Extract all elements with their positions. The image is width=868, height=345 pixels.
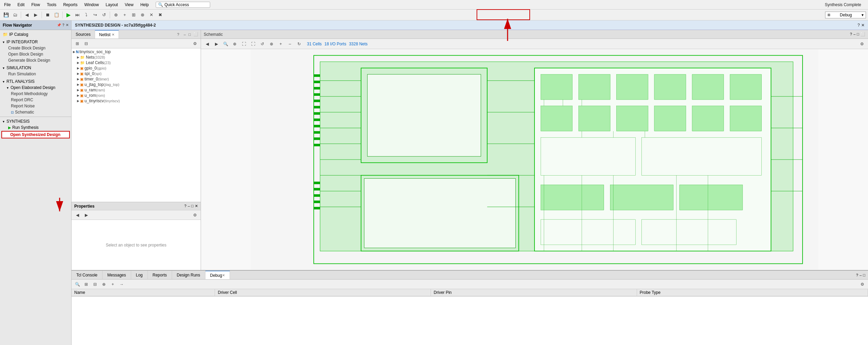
io-ports-stat[interactable]: 18 I/O Ports	[324, 42, 346, 46]
btm-restore-icon[interactable]: □	[863, 273, 865, 277]
schematic-canvas[interactable]	[201, 49, 868, 270]
tab-design-runs[interactable]: Design Runs	[172, 271, 205, 279]
reset-button[interactable]: ↺	[100, 11, 108, 19]
add-probe-button[interactable]: ⊕	[112, 11, 120, 19]
quick-access-search[interactable]: 🔍 Quick Access	[156, 2, 210, 8]
sch-rotate-button[interactable]: ↺	[258, 40, 266, 48]
spi-arrow[interactable]: ▶	[77, 72, 79, 75]
debug-collapse-button[interactable]: ⊟	[91, 281, 99, 288]
title-close-icon[interactable]: ✕	[861, 23, 865, 28]
timer-arrow[interactable]: ▶	[77, 77, 79, 81]
tree-item-jtag[interactable]: ▶ ▣ u_jtag_top (jtag_top)	[72, 82, 201, 87]
tree-root-item[interactable]: ▶ N tinyriscv_soc_top	[72, 49, 201, 55]
menu-tools[interactable]: Tools	[44, 2, 59, 8]
stop-button[interactable]: ⏹	[44, 11, 52, 19]
sch-refresh-button[interactable]: ↻	[295, 40, 303, 48]
add-mem-button[interactable]: ⊞	[129, 11, 138, 19]
prop-restore-icon[interactable]: □	[191, 204, 193, 208]
tab-netlist-close[interactable]: ✕	[112, 33, 114, 36]
save-all-button[interactable]: 🗂	[11, 11, 19, 19]
netlist-help-icon[interactable]: ?	[175, 32, 181, 36]
tree-item-gpio0[interactable]: ▶ ▣ gpio_0 (gpio)	[72, 65, 201, 71]
nets-stat[interactable]: 3328 Nets	[349, 42, 368, 46]
prop-forward-button[interactable]: ▶	[82, 212, 90, 219]
tab-debug[interactable]: Debug ✕	[205, 271, 230, 279]
tree-item-spi0[interactable]: ▶ ▣ spi_0 (spi)	[72, 71, 201, 76]
debug-dropdown[interactable]: ⊞ Debug ▾	[825, 12, 866, 18]
sch-question-icon[interactable]: ?	[850, 32, 852, 36]
minimize-icon[interactable]: –	[183, 32, 187, 37]
tab-messages[interactable]: Messages	[103, 271, 131, 279]
debug-remove-button[interactable]: →	[118, 281, 125, 288]
sidebar-item-open-block-design[interactable]: Open Block Design	[0, 51, 71, 57]
title-question-icon[interactable]: ?	[857, 23, 860, 28]
sidebar-item-ip-catalog[interactable]: 📁 IP Catalog	[0, 31, 71, 38]
run-green-button[interactable]: ▶	[64, 11, 73, 19]
tree-item-leaf-cells[interactable]: ▶ 📁 Leaf Cells (23)	[72, 60, 201, 65]
add-tcl-button[interactable]: +	[121, 11, 129, 19]
simulation-section[interactable]: ▾ SIMULATION	[0, 65, 71, 71]
tiny-arrow[interactable]: ▶	[77, 99, 79, 103]
sidebar-item-run-synthesis[interactable]: ▶ Run Synthesis	[0, 124, 71, 131]
debug-add-button[interactable]: +	[109, 281, 117, 288]
pin-icon[interactable]: 📌	[57, 23, 61, 27]
ram-arrow[interactable]: ▶	[77, 88, 79, 92]
sch-settings-button[interactable]: ⚙	[858, 40, 866, 48]
cells-stat[interactable]: 31 Cells	[307, 42, 322, 46]
save-button[interactable]: 💾	[2, 11, 10, 19]
btm-question-icon[interactable]: ?	[856, 273, 858, 277]
netlist-settings-button[interactable]: ⚙	[191, 40, 199, 47]
debug-expand-button[interactable]: ⊞	[82, 281, 90, 288]
tab-reports[interactable]: Reports	[148, 271, 172, 279]
menu-view[interactable]: View	[122, 2, 136, 8]
nets-arrow[interactable]: ▶	[77, 56, 79, 59]
tree-item-tinyriscv[interactable]: ▶ ▣ u_tinyriscv (tinyriscv)	[72, 98, 201, 104]
sidebar-item-report-noise[interactable]: Report Noise	[0, 103, 71, 109]
sidebar-item-generate-block-design[interactable]: Generate Block Design	[0, 57, 71, 63]
sch-maximize-icon[interactable]: ⬜	[861, 32, 865, 36]
sch-select-button[interactable]: ⛶	[249, 40, 257, 48]
menu-help[interactable]: Help	[138, 2, 152, 8]
debug-search-button[interactable]: 🔍	[74, 281, 81, 288]
debug-settings-button[interactable]: ⚙	[858, 281, 866, 288]
tab-tcl-console[interactable]: Tcl Console	[72, 271, 103, 279]
sidebar-item-report-drc[interactable]: Report DRC	[0, 97, 71, 103]
rtl-analysis-section[interactable]: ▾ RTL ANALYSIS	[0, 78, 71, 85]
nav-close-icon[interactable]: ✕	[66, 23, 68, 27]
synthesis-section[interactable]: ▾ SYNTHESIS	[0, 118, 71, 124]
tree-item-rom[interactable]: ▶ ▣ u_rom (rom)	[72, 93, 201, 98]
step-over-button[interactable]: ↪	[91, 11, 99, 19]
sch-pan-button[interactable]: ⊕	[267, 40, 276, 48]
open-elaborated-design-section[interactable]: ▾ Open Elaborated Design	[0, 85, 71, 91]
sidebar-item-create-block-design[interactable]: Create Block Design	[0, 45, 71, 51]
sch-zoom-in-button[interactable]: 🔍	[221, 40, 230, 48]
prop-back-button[interactable]: ◀	[74, 212, 81, 219]
nav-question-icon[interactable]: ?	[62, 23, 64, 27]
expand-all-button[interactable]: ⊞	[74, 40, 81, 47]
back-button[interactable]: ◀	[23, 11, 31, 19]
menu-window[interactable]: Window	[81, 2, 102, 8]
remove-all-button[interactable]: ✖	[156, 11, 164, 19]
run-all-button[interactable]: ⏭	[73, 11, 81, 19]
tab-log[interactable]: Log	[131, 271, 148, 279]
sidebar-item-schematic[interactable]: ⊡ Schematic	[0, 109, 71, 115]
tab-sources[interactable]: Sources	[72, 30, 95, 39]
tree-item-ram[interactable]: ▶ ▣ u_ram (ram)	[72, 87, 201, 93]
prop-question-icon[interactable]: ?	[184, 204, 186, 208]
remove-button[interactable]: ✕	[147, 11, 155, 19]
root-arrow[interactable]: ▶	[73, 50, 75, 54]
step-button[interactable]: ⤵	[82, 11, 90, 19]
gpio-arrow[interactable]: ▶	[77, 66, 79, 70]
jtag-arrow[interactable]: ▶	[77, 83, 79, 86]
menu-edit[interactable]: Edit	[15, 2, 27, 8]
menu-layout[interactable]: Layout	[103, 2, 121, 8]
sch-back-button[interactable]: ◀	[203, 40, 211, 48]
sidebar-item-run-simulation[interactable]: Run Simulation	[0, 71, 71, 77]
prop-settings-button[interactable]: ⚙	[191, 212, 199, 219]
prop-minimize-icon[interactable]: –	[188, 204, 190, 208]
add-port-button[interactable]: ⊗	[138, 11, 146, 19]
sch-forward-button[interactable]: ▶	[212, 40, 220, 48]
maximize-icon[interactable]: ⬜	[192, 32, 199, 37]
tree-item-timer0[interactable]: ▶ ▣ timer_0 (timer)	[72, 76, 201, 82]
leaf-arrow[interactable]: ▶	[77, 61, 79, 64]
